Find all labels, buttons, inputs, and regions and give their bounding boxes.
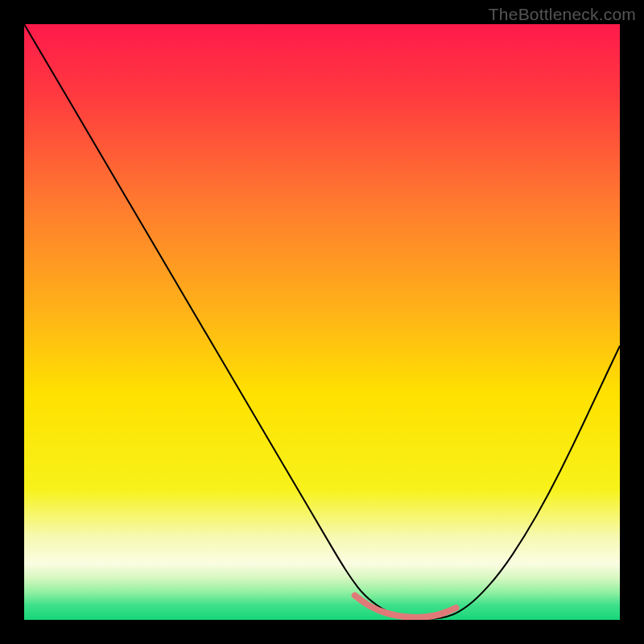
watermark-text: TheBottleneck.com: [489, 5, 636, 24]
plot-area: [24, 24, 620, 620]
chart-frame: TheBottleneck.com: [0, 0, 644, 644]
chart-svg: [24, 24, 620, 620]
